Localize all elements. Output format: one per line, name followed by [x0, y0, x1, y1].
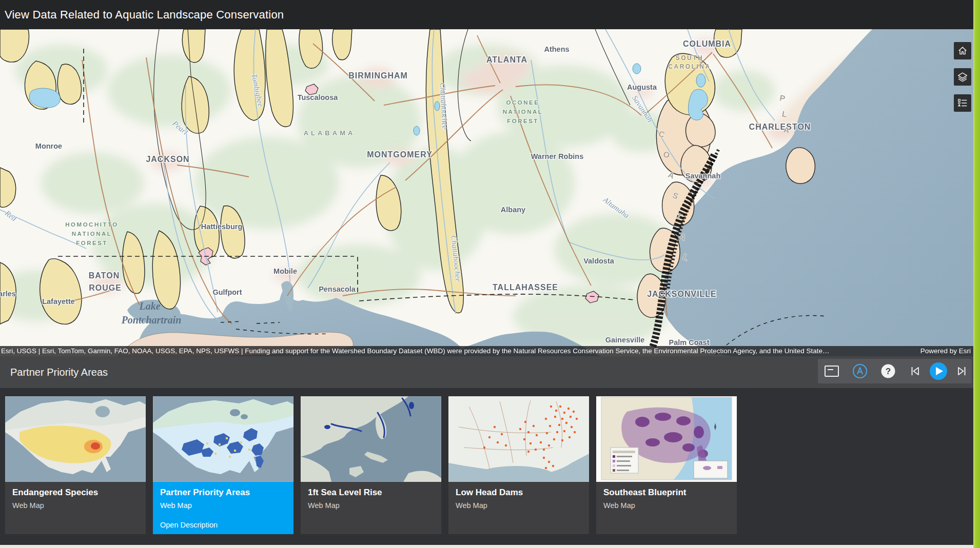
- gallery-toolbar: ?: [818, 359, 972, 383]
- map-controls: [954, 42, 971, 112]
- map-label: FOREST: [507, 118, 539, 124]
- card-subtitle: Web Map: [603, 501, 730, 510]
- map-label: Palm Coast: [669, 338, 710, 347]
- home-icon: [957, 45, 968, 56]
- map-label: Lafayette: [42, 297, 75, 306]
- map-label: Gainesville: [605, 336, 645, 344]
- map-label: Athens: [544, 45, 569, 53]
- map-label: OCONEE: [506, 99, 540, 106]
- next-map-button[interactable]: [955, 365, 967, 377]
- card-partner-priority-areas[interactable]: Partner Priority Areas Web Map Open Desc…: [153, 396, 293, 534]
- attribution-text: Esri, USGS | Esri, TomTom, Garmin, FAO, …: [0, 346, 905, 356]
- play-icon: [929, 362, 948, 380]
- horizontal-scrollbar[interactable]: [0, 545, 980, 548]
- description-button[interactable]: [824, 364, 839, 378]
- map-label: ATLANTA: [486, 55, 527, 64]
- card-title: Endangered Species: [12, 488, 139, 498]
- map-label: NATIONAL: [503, 109, 543, 115]
- map-attribution: Esri, USGS | Esri, TomTom, Garmin, FAO, …: [0, 346, 980, 356]
- open-description-link[interactable]: Open Description: [160, 521, 286, 529]
- card-southeast-blueprint[interactable]: Southeast Blueprint Web Map: [596, 396, 737, 534]
- map-label: ROUGE: [89, 283, 122, 292]
- previous-map-button[interactable]: [910, 365, 922, 377]
- map-label: Valdosta: [583, 257, 615, 265]
- map-label: Savannah: [685, 172, 721, 180]
- card-title: Partner Priority Areas: [160, 488, 286, 498]
- layers-button[interactable]: [954, 68, 971, 86]
- card-subtitle: Web Map: [12, 501, 139, 510]
- card-thumbnail: [153, 396, 293, 482]
- card-subtitle: Web Map: [308, 501, 434, 510]
- app-window: View Data Related to Aquatic Landscape C…: [0, 0, 980, 548]
- svg-text:?: ?: [886, 367, 891, 376]
- map-label: Monroe: [35, 142, 62, 150]
- card-title: Southeast Blueprint: [603, 488, 730, 498]
- card-thumbnail: [448, 396, 589, 482]
- map-label: BIRMINGHAM: [348, 71, 408, 80]
- play-button[interactable]: [929, 362, 948, 380]
- map-label: BATON: [89, 271, 120, 280]
- card-1ft-sea-level-rise[interactable]: 1ft Sea Level Rise Web Map: [301, 396, 441, 534]
- app-title-bar: View Data Related to Aquatic Landscape C…: [0, 0, 980, 29]
- description-icon: [824, 364, 839, 378]
- map-label: TALLAHASSEE: [493, 283, 558, 292]
- map-label: CAROLINA: [668, 63, 711, 70]
- card-thumbnail: [596, 396, 737, 482]
- map-label: NATIONAL: [72, 231, 112, 237]
- legend-button[interactable]: [954, 94, 971, 112]
- map-label: SOUTH: [676, 54, 704, 62]
- map-view[interactable]: ATLANTABIRMINGHAMMONTGOMERYJACKSONBATONR…: [0, 29, 980, 356]
- basemap: ATLANTABIRMINGHAMMONTGOMERYJACKSONBATONR…: [0, 29, 980, 356]
- page-title: View Data Related to Aquatic Landscape C…: [0, 0, 980, 29]
- card-title: 1ft Sea Level Rise: [308, 488, 434, 498]
- card-subtitle: Web Map: [456, 501, 582, 510]
- map-label: Tuscaloosa: [298, 93, 339, 102]
- map-label: HOMOCHITTO: [65, 221, 118, 228]
- help-icon: ?: [880, 363, 896, 379]
- auto-advance-icon: [852, 363, 868, 379]
- map-label: Warner Robins: [531, 152, 584, 160]
- skip-next-icon: [955, 365, 967, 377]
- map-label: arles: [0, 290, 16, 298]
- map-label: Augusta: [627, 83, 657, 91]
- map-label: COLUMBIA: [683, 39, 731, 48]
- legend-icon: [957, 97, 968, 109]
- card-thumbnail: [5, 396, 146, 482]
- map-label: Pensacola: [319, 285, 356, 293]
- card-subtitle: Web Map: [160, 501, 286, 510]
- map-label: JACKSONVILLE: [647, 290, 717, 298]
- map-label: FOREST: [76, 240, 108, 246]
- help-button[interactable]: ?: [880, 363, 896, 379]
- map-label: MONTGOMERY: [367, 150, 433, 159]
- map-gallery: Endangered Species Web Map: [0, 388, 980, 545]
- map-label: Pontchartrain: [121, 314, 182, 326]
- map-label: CHARLESTON: [749, 123, 811, 131]
- card-thumbnail: [301, 396, 441, 482]
- map-label: Hattiesburg: [201, 222, 243, 231]
- card-title: Low Head Dams: [456, 488, 582, 498]
- gallery-header-bar: Partner Priority Areas ?: [0, 356, 980, 388]
- card-low-head-dams[interactable]: Low Head Dams Web Map: [448, 396, 589, 534]
- selection-edge-strip: [973, 0, 980, 548]
- map-label: JACKSON: [146, 155, 189, 164]
- map-label: Gulfport: [212, 288, 242, 296]
- map-label: Albany: [501, 206, 525, 214]
- card-endangered-species[interactable]: Endangered Species Web Map: [5, 396, 146, 534]
- map-label: Mobile: [273, 267, 297, 275]
- home-button[interactable]: [954, 42, 971, 59]
- auto-advance-button[interactable]: [852, 363, 868, 379]
- map-label: ALABAMA: [304, 129, 356, 137]
- skip-previous-icon: [910, 365, 922, 377]
- map-label: Lake: [139, 300, 160, 312]
- powered-by-esri-link[interactable]: Powered by Esri: [905, 346, 980, 356]
- layers-icon: [957, 71, 968, 83]
